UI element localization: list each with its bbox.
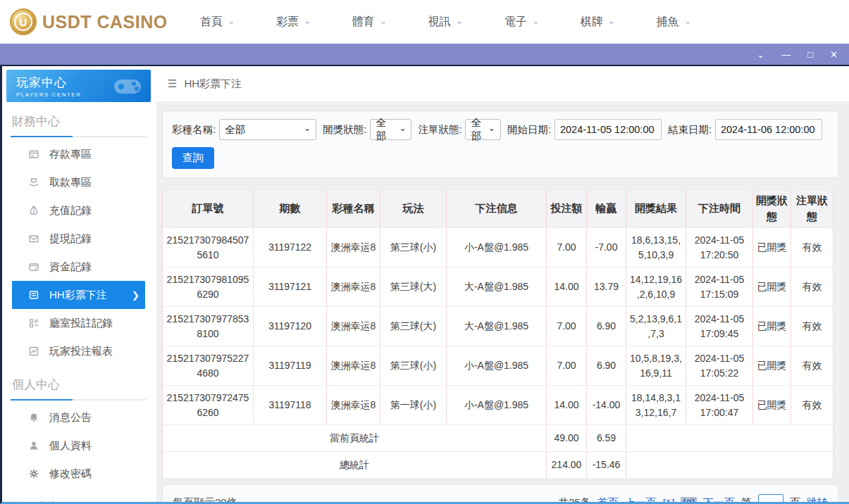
col-order-status: 注單狀態 (791, 190, 833, 228)
app-frame: 玩家中心 PLAYERS CENTER 財務中心 存款專區 取款專區 (0, 65, 849, 504)
sidebar-item-player-bet-report[interactable]: 玩家投注報表 (12, 337, 145, 365)
agent-section: 代理中心 (2, 488, 156, 502)
grand-total-amount: 214.00 (547, 452, 587, 479)
table-row: 2152173079724756260 31197118 澳洲幸运8 第一球(小… (163, 386, 833, 425)
agent-section-title: 代理中心 (11, 499, 147, 502)
bet-record-icon (27, 289, 40, 301)
sidebar-item-withdraw[interactable]: 取款專區 (12, 168, 145, 196)
envelope-money-icon (27, 233, 40, 244)
bell-icon (27, 412, 40, 423)
end-date-input[interactable] (715, 119, 822, 140)
nav-item-video[interactable]: 視訊⌄ (428, 15, 464, 30)
current-page-total-amount: 49.00 (547, 425, 587, 452)
section-divider (11, 399, 147, 401)
prev-page-link[interactable]: 上一页 (625, 496, 657, 503)
page-size-text: 每頁顯示20條 (173, 496, 237, 503)
finance-section: 財務中心 存款專區 取款專區 $ 充值記錄 提現記錄 (2, 102, 156, 365)
pagination-bar: 每頁顯示20條 共25条 首页 上一页 [1] [2] 下一页 第 页 跳转 (162, 484, 838, 502)
filter-panel: 彩種名稱: 全部 ⌄ 開獎狀態: 全部 ⌄ 注單狀態: 全部 ⌄ (162, 111, 838, 178)
hamburger-menu-icon[interactable]: ☰ (168, 77, 177, 90)
chevron-down-icon: ⌄ (380, 16, 388, 25)
jump-prefix-label: 第 (741, 496, 752, 503)
jump-button[interactable]: 跳转 (807, 496, 828, 503)
window-chevron-down-icon[interactable]: ⌄ (757, 50, 764, 59)
grand-total-winloss: -15.46 (587, 452, 626, 479)
order-status-select[interactable]: 全部 ⌄ (465, 119, 500, 140)
person-icon (27, 440, 40, 451)
wallet-icon (27, 261, 40, 272)
sidebar-item-funds-record[interactable]: 資金記錄 (12, 253, 145, 281)
page-title: HH彩票下注 (184, 77, 242, 91)
sidebar-item-withdrawal-record[interactable]: 提現記錄 (12, 225, 145, 253)
col-draw-result: 開獎結果 (626, 190, 686, 228)
nav-item-sports[interactable]: 體育⌄ (352, 15, 388, 30)
jump-suffix-label: 页 (790, 496, 800, 503)
next-page-link[interactable]: 下一页 (703, 496, 735, 503)
search-button[interactable]: 查詢 (172, 147, 214, 169)
nav-item-home[interactable]: 首頁⌄ (200, 15, 235, 30)
page-1-link[interactable]: [1] (663, 497, 675, 503)
col-bet-time: 下注時間 (686, 190, 753, 228)
pager: 共25条 首页 上一页 [1] [2] 下一页 第 页 跳转 (558, 494, 828, 503)
brand[interactable]: U USDT CASINO (10, 8, 172, 35)
col-play: 玩法 (380, 190, 447, 228)
list-detail-icon (27, 317, 40, 329)
total-count-text: 共25条 (558, 496, 591, 503)
order-status-label: 注單狀態: (418, 123, 461, 137)
sidebar-item-room-bet-record[interactable]: 廳室投註記錄 (12, 309, 145, 337)
nav-item-cards[interactable]: 棋牌⌄ (581, 15, 616, 30)
sidebar-item-profile[interactable]: 個人資料 (12, 431, 145, 460)
col-draw-status: 開獎狀態 (753, 190, 791, 228)
nav-item-lottery[interactable]: 彩票⌄ (276, 15, 311, 30)
col-bet-info: 下注信息 (447, 190, 547, 228)
sidebar-item-hh-lottery-bets[interactable]: HH彩票下注 ❯ (12, 281, 145, 309)
bets-table: 訂單號 期數 彩種名稱 玩法 下注信息 投注額 輸贏 開獎結果 下注時間 開獎狀… (162, 189, 833, 479)
window-maximize-icon[interactable]: □ (807, 50, 813, 59)
gamepad-icon (111, 74, 144, 98)
sidebar-item-announcements[interactable]: 消息公告 (12, 403, 145, 431)
lottery-name-select[interactable]: 全部 ⌄ (219, 119, 316, 140)
sidebar-item-deposit[interactable]: 存款專區 (12, 140, 145, 168)
table-row: 2152173079778538100 31197120 澳洲幸运8 第三球(大… (163, 307, 833, 346)
chevron-down-icon: ⌄ (488, 123, 495, 133)
money-bag-icon: $ (27, 205, 40, 216)
personal-section: 個人中心 消息公告 個人資料 修改密碼 (2, 365, 156, 488)
sidebar: 玩家中心 PLAYERS CENTER 財務中心 存款專區 取款專區 (2, 66, 156, 502)
main-menu: 首頁⌄ 彩票⌄ 體育⌄ 視訊⌄ 電子⌄ 棋牌⌄ 捕魚⌄ (200, 15, 691, 30)
svg-text:$: $ (32, 209, 35, 213)
report-chart-icon (27, 346, 40, 357)
sidebar-item-recharge-record[interactable]: $ 充值記錄 (12, 196, 145, 225)
section-divider (11, 136, 147, 137)
table-row: 2152173079845075610 31197122 澳洲幸运8 第三球(小… (163, 228, 833, 267)
top-navbar: U USDT CASINO 首頁⌄ 彩票⌄ 體育⌄ 視訊⌄ 電子⌄ 棋牌⌄ 捕魚… (0, 0, 849, 44)
start-date-input[interactable] (554, 119, 662, 140)
finance-section-title: 財務中心 (11, 113, 147, 130)
logo-text: USDT CASINO (42, 12, 168, 32)
current-page-total-winloss: 6.59 (587, 425, 626, 452)
window-close-icon[interactable]: ✕ (830, 50, 838, 59)
grand-total-label: 總統計 (163, 452, 547, 479)
chevron-down-icon: ⌄ (456, 16, 464, 25)
col-win-loss: 輸贏 (587, 190, 626, 228)
draw-status-select[interactable]: 全部 ⌄ (370, 119, 411, 140)
current-page-summary-label: 當前頁統計 (163, 425, 547, 452)
lottery-name-label: 彩種名稱: (172, 123, 216, 137)
players-center-header: 玩家中心 PLAYERS CENTER (6, 70, 151, 102)
current-page-summary-row: 當前頁統計 49.00 6.59 (163, 425, 833, 452)
chevron-down-icon: ⌄ (304, 123, 311, 133)
page-2-current[interactable]: [2] (681, 497, 697, 503)
sidebar-item-change-password[interactable]: 修改密碼 (12, 460, 145, 488)
col-period: 期數 (254, 190, 327, 228)
nav-item-slots[interactable]: 電子⌄ (504, 15, 540, 30)
table-row: 2152173079752274680 31197119 澳洲幸运8 第三球(小… (163, 346, 833, 386)
chevron-down-icon: ⌄ (399, 123, 406, 133)
first-page-link[interactable]: 首页 (597, 496, 619, 503)
table-header-row: 訂單號 期數 彩種名稱 玩法 下注信息 投注額 輸贏 開獎結果 下注時間 開獎狀… (163, 190, 833, 228)
end-date-label: 結束日期: (668, 123, 712, 137)
grand-total-summary-row: 總統計 214.00 -15.46 (163, 452, 833, 479)
gear-icon (27, 468, 40, 479)
jump-page-input[interactable] (758, 494, 783, 503)
draw-status-label: 開獎狀態: (323, 123, 366, 137)
window-minimize-icon[interactable]: — (781, 50, 791, 59)
nav-item-fishing[interactable]: 捕魚⌄ (656, 15, 691, 30)
